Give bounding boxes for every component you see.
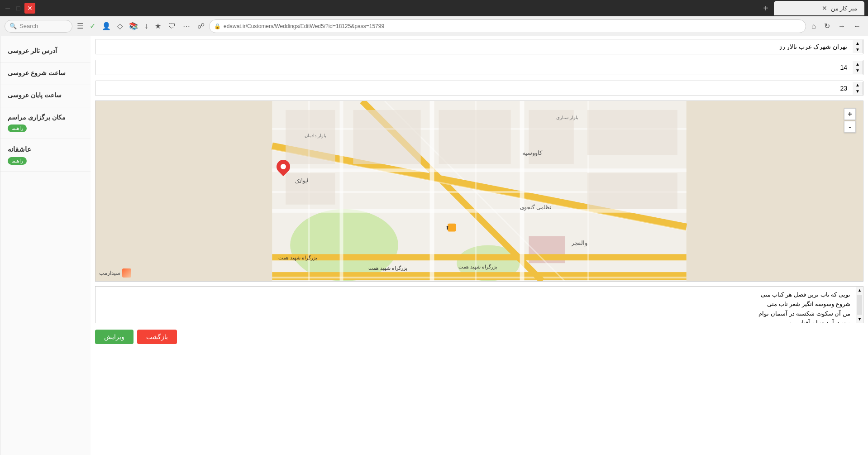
svg-rect-6: [272, 254, 686, 260]
download-button[interactable]: ↓: [143, 19, 150, 33]
sidebar-start-hour-label: ساعت شروع عروسی: [8, 69, 66, 77]
svg-text:⬆: ⬆: [445, 225, 449, 230]
back-button[interactable]: بازگشت: [137, 330, 177, 344]
maximize-button[interactable]: □: [14, 3, 22, 14]
start-hour-input[interactable]: [95, 60, 853, 75]
tab-close-button[interactable]: ✕: [822, 5, 827, 12]
nav-bar: ← → ↻ ⌂ 🔒 edawat.ir/Customers/Weddings/E…: [0, 16, 868, 36]
sidebar-end-hour-item: ساعت پایان عروسی: [0, 85, 91, 107]
spinner-up-address[interactable]: ▲: [853, 40, 863, 47]
secure-icon: 🔒: [214, 23, 221, 29]
svg-text:بلوار دادمان: بلوار دادمان: [305, 133, 326, 139]
end-hour-input-row: ▲ ▼: [95, 81, 863, 96]
svg-text:ایوانک: ایوانک: [295, 177, 308, 184]
svg-rect-15: [272, 209, 686, 213]
bookmark-button[interactable]: ★: [153, 20, 163, 32]
more-button[interactable]: ⋯: [181, 20, 192, 32]
collections-button[interactable]: 📚: [127, 20, 140, 32]
svg-text:بزرگراه شهید همت: بزرگراه شهید همت: [278, 255, 317, 261]
svg-rect-27: [587, 173, 677, 209]
watermark-text: سیدارمپ: [99, 270, 120, 276]
svg-text:نظامی گنجوی: نظامی گنجوی: [520, 204, 551, 211]
map-svg: ایوانک کاووسیه والفجر نظامی گنجوی بلوار …: [95, 101, 863, 281]
page-content: ▲ ▼ ▲ ▼ ▲ ▼: [0, 36, 868, 455]
refresh-button[interactable]: ↻: [821, 20, 833, 32]
action-buttons: ویرایش بازگشت: [91, 326, 868, 348]
venue-guide-badge[interactable]: راهنما: [8, 125, 27, 132]
spinner-down-end[interactable]: ▼: [853, 88, 863, 95]
url-text: edawat.ir/Customers/Weddings/EditWed5/?i…: [224, 23, 384, 29]
tab-title: میز کار من: [831, 5, 857, 12]
textarea-scroll-up[interactable]: ▲: [856, 287, 863, 294]
address-input-row: ▲ ▼: [95, 39, 863, 54]
search-box[interactable]: 🔍 Search: [5, 20, 72, 33]
home-button[interactable]: ⌂: [809, 20, 819, 32]
svg-text:بزرگراه شهید همت: بزرگراه شهید همت: [368, 265, 407, 271]
sidebar-address-label: آدرس تالر عروسی: [8, 47, 57, 54]
shield-button[interactable]: 🛡: [167, 20, 177, 32]
sidebar-venue-label: مکان برگزاری مراسم: [8, 114, 66, 121]
search-nav-icon: 🔍: [10, 23, 17, 29]
start-hour-spinner: ▲ ▼: [853, 61, 863, 74]
spinner-up-end[interactable]: ▲: [853, 82, 863, 88]
spinner-up-start[interactable]: ▲: [853, 61, 863, 67]
verified-button[interactable]: ✓: [88, 20, 97, 32]
account-button[interactable]: 👤: [100, 20, 113, 32]
sidebar-romantic-item: عاشقانه راهنما: [0, 139, 91, 172]
menu-button[interactable]: ☰: [75, 20, 85, 32]
svg-rect-14: [272, 168, 686, 172]
content-area: ▲ ▼ ▲ ▼ ▲ ▼: [91, 36, 868, 455]
svg-rect-26: [587, 110, 677, 155]
map-watermark: سیدارمپ: [99, 268, 131, 278]
end-hour-input[interactable]: [95, 81, 853, 96]
svg-rect-4: [272, 272, 686, 280]
pin-head: [274, 157, 293, 176]
svg-text:بزرگراه شهید همت: بزرگراه شهید همت: [458, 264, 497, 270]
watermark-logo: [122, 268, 131, 278]
sidebar-end-hour-label: ساعت پایان عروسی: [8, 91, 62, 99]
active-tab[interactable]: میز کار من ✕: [774, 1, 864, 15]
extensions-button[interactable]: ◇: [115, 20, 124, 32]
address-input[interactable]: [95, 39, 853, 54]
romantic-guide-badge[interactable]: راهنما: [8, 157, 27, 165]
reader-view-button[interactable]: ☍: [196, 20, 206, 32]
close-button[interactable]: ✕: [24, 3, 35, 14]
svg-rect-5: [272, 277, 686, 278]
map-zoom-controls: + -: [844, 108, 856, 133]
address-spinner: ▲ ▼: [853, 40, 863, 53]
svg-rect-24: [439, 110, 510, 164]
back-nav-button[interactable]: ←: [851, 20, 863, 32]
sidebar: آدرس تالر عروسی ساعت شروع عروسی ساعت پای…: [0, 36, 91, 455]
sidebar-venue-item: مکان برگزاری مراسم راهنما: [0, 107, 91, 139]
map-pin: [277, 160, 290, 178]
start-hour-input-row: ▲ ▼: [95, 60, 863, 75]
browser-chrome: میز کار من ✕ + ─ □ ✕ ← → ↻ ⌂ 🔒 edawat.ir…: [0, 0, 868, 36]
textarea-scrollbar: ▲ ▼: [856, 287, 863, 323]
main-area: ▲ ▼ ▲ ▼ ▲ ▼: [0, 36, 868, 455]
tab-bar: میز کار من ✕ + ─ □ ✕: [0, 0, 868, 16]
sidebar-romantic-label: عاشقانه: [8, 145, 31, 153]
sidebar-start-hour-item: ساعت شروع عروسی: [0, 63, 91, 85]
minimize-button[interactable]: ─: [4, 3, 12, 14]
zoom-out-button[interactable]: -: [844, 121, 856, 133]
spinner-down-address[interactable]: ▼: [853, 47, 863, 53]
textarea-row: ▲ ▼ تویی که ناب ترین فصل هر کتاب منی شرو…: [95, 286, 863, 323]
search-text: Search: [19, 23, 38, 29]
nav-tools: ☍ ⋯ 🛡 ★: [153, 20, 206, 32]
forward-nav-button[interactable]: →: [835, 20, 848, 32]
spinner-down-start[interactable]: ▼: [853, 67, 863, 74]
textarea-scroll-down[interactable]: ▼: [856, 316, 863, 323]
svg-rect-23: [353, 110, 420, 164]
zoom-in-button[interactable]: +: [844, 108, 856, 120]
submit-button[interactable]: ویرایش: [95, 330, 134, 344]
romantic-textarea[interactable]: تویی که ناب ترین فصل هر کتاب منی شروع وس…: [95, 287, 856, 323]
svg-text:والفجر: والفجر: [571, 239, 587, 247]
svg-text:کاووسیه: کاووسیه: [522, 149, 543, 157]
address-bar[interactable]: 🔒 edawat.ir/Customers/Weddings/EditWed5/…: [209, 19, 806, 33]
svg-text:بلوار ستاری: بلوار ستاری: [556, 115, 578, 120]
map-container: ایوانک کاووسیه والفجر نظامی گنجوی بلوار …: [95, 101, 863, 282]
end-hour-spinner: ▲ ▼: [853, 82, 863, 95]
new-tab-button[interactable]: +: [759, 3, 772, 14]
sidebar-address-item: آدرس تالر عروسی: [0, 41, 91, 63]
svg-rect-22: [286, 173, 335, 205]
